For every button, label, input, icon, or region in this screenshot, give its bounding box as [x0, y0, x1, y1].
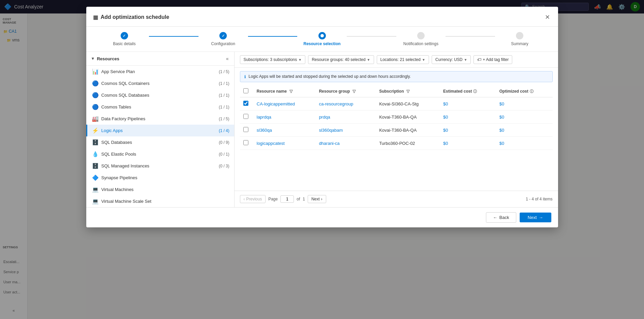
- row2-checkbox[interactable]: [243, 114, 248, 119]
- optimized-cost-header-label: Optimized cost: [499, 89, 528, 94]
- subscription-filter-icon[interactable]: ▽: [406, 89, 409, 94]
- resource-item-cosmos-sql-containers[interactable]: 🔵 Cosmos SQL Containers (1 / 1): [86, 77, 234, 89]
- step-label-notification: Notification settings: [403, 41, 438, 46]
- row1-checkbox[interactable]: [243, 101, 248, 106]
- row4-resource-group-link[interactable]: dharani-ca: [319, 141, 339, 146]
- table-row: CA-logicappemitted ca-resourcegroup Kova…: [240, 97, 553, 110]
- resources-header: ▼ Resources «: [86, 52, 234, 66]
- row3-resource-name-link[interactable]: sl360qa: [257, 128, 272, 133]
- resource-count-cosmos-tables: (1 / 1): [219, 105, 229, 109]
- row3-resource-name-cell: sl360qa: [253, 124, 316, 137]
- subscriptions-chevron-icon: ▼: [298, 58, 302, 62]
- resource-name-cosmos-sql-databases: Cosmos SQL Databases: [101, 93, 216, 98]
- cosmos-tables-icon: 🔵: [92, 104, 99, 110]
- row1-subscription-cell: Kovai-SI360-CA-Stg: [376, 97, 440, 110]
- row1-resource-name-cell: CA-logicappemitted: [253, 97, 316, 110]
- select-all-checkbox[interactable]: [243, 88, 248, 93]
- step-connector-2: [248, 36, 298, 37]
- currency-chevron-icon: ▼: [464, 58, 467, 62]
- resource-item-cosmos-tables[interactable]: 🔵 Cosmos Tables (1 / 1): [86, 101, 234, 113]
- resource-count-data-factory-pipelines: (1 / 5): [219, 117, 229, 121]
- row3-checkbox[interactable]: [243, 127, 248, 132]
- row3-checkbox-cell: [240, 124, 253, 137]
- subscriptions-filter[interactable]: Subscriptions: 3 subscriptions ▼: [240, 55, 306, 64]
- row4-checkbox[interactable]: [243, 140, 248, 145]
- pagination-bar: ‹ Previous Page of 1 Next ›: [235, 191, 558, 207]
- resource-item-virtual-machine-scale-set[interactable]: 💻 Virtual Machine Scale Set: [86, 195, 234, 207]
- step-resource-selection: Resource selection: [297, 32, 347, 46]
- resource-item-logic-apps[interactable]: ⚡ Logic Apps (1 / 4): [86, 125, 234, 136]
- th-subscription: Subscription ▽: [376, 86, 440, 97]
- locations-filter[interactable]: Locations: 21 selected ▼: [377, 55, 429, 64]
- resources-panel: ▼ Resources « 📊 App Service Plan (1 / 5): [86, 52, 235, 207]
- row2-resource-name-link[interactable]: laprdqa: [257, 115, 271, 120]
- resource-name-synapse-pipelines: Synapse Pipelines: [101, 175, 229, 180]
- back-button[interactable]: ← Back: [486, 212, 516, 223]
- row2-estimated-cost: $0: [443, 115, 448, 120]
- resource-name-app-service-plan: App Service Plan: [101, 69, 216, 74]
- resources-table: Resource name ▽ Resource group ▽: [240, 86, 553, 150]
- row2-resource-group-link[interactable]: prdqa: [319, 115, 330, 120]
- step-label-summary: Summary: [511, 41, 528, 46]
- currency-filter[interactable]: Currency: USD ▼: [432, 55, 471, 64]
- optimized-cost-info-icon[interactable]: ⓘ: [530, 89, 533, 94]
- resource-name-filter-icon[interactable]: ▽: [289, 89, 293, 94]
- resource-count-cosmos-sql-databases: (1 / 1): [219, 93, 229, 98]
- row1-subscription-text: Kovai-SI360-CA-Stg: [379, 101, 419, 106]
- total-pages: 1: [303, 197, 305, 201]
- resource-item-sql-elastic-pools[interactable]: 💧 SQL Elastic Pools (0 / 1): [86, 148, 234, 160]
- resource-item-cosmos-sql-databases[interactable]: 🔵 Cosmos SQL Databases (1 / 1): [86, 89, 234, 101]
- row3-resource-group-link[interactable]: sl360qabam: [319, 128, 343, 133]
- data-factory-pipelines-icon: 🏭: [92, 116, 99, 122]
- resource-groups-filter[interactable]: Resource groups: 40 selected ▼: [308, 55, 374, 64]
- row2-resource-name-cell: laprdqa: [253, 110, 316, 124]
- resource-item-virtual-machines[interactable]: 💻 Virtual Machines: [86, 184, 234, 195]
- row2-optimized-cost: $0: [499, 115, 504, 120]
- locations-chevron-icon: ▼: [422, 58, 425, 62]
- modal-close-button[interactable]: ✕: [544, 12, 551, 22]
- row4-resource-name-link[interactable]: logicappcatest: [257, 141, 285, 146]
- resource-group-header-label: Resource group: [319, 89, 350, 94]
- next-button[interactable]: Next →: [520, 213, 551, 222]
- add-tag-label: + Add tag filter: [483, 57, 509, 62]
- resource-name-logic-apps: Logic Apps: [101, 128, 216, 133]
- row1-resource-name-link[interactable]: CA-logicappemitted: [257, 101, 295, 106]
- step-circle-notification: [417, 32, 425, 39]
- resources-list: 📊 App Service Plan (1 / 5) 🔵 Cosmos SQL …: [86, 66, 234, 207]
- row1-resource-group-link[interactable]: ca-resourcegroup: [319, 101, 353, 106]
- resource-name-sql-databases: SQL Databases: [101, 140, 216, 145]
- th-estimated-cost: Estimated cost ⓘ: [440, 86, 496, 97]
- previous-page-button[interactable]: ‹ Previous: [240, 195, 266, 203]
- estimated-cost-info-icon[interactable]: ⓘ: [473, 89, 477, 94]
- virtual-machine-scale-set-icon: 💻: [92, 198, 99, 204]
- subscription-header-label: Subscription: [379, 89, 404, 94]
- resource-item-sql-databases[interactable]: 🗄️ SQL Databases (0 / 9): [86, 136, 234, 148]
- row1-resource-group-cell: ca-resourcegroup: [315, 97, 376, 110]
- schedule-icon: ▦: [93, 14, 98, 21]
- th-resource-name: Resource name ▽: [253, 86, 316, 97]
- modal-title: ▦ Add optimization schedule: [93, 14, 170, 21]
- th-optimized-cost: Optimized cost ⓘ: [496, 86, 553, 97]
- row2-checkbox-cell: [240, 110, 253, 124]
- previous-arrow-icon: ‹: [244, 197, 245, 201]
- row1-optimized-cost: $0: [499, 101, 504, 106]
- modal-header: ▦ Add optimization schedule ✕: [86, 7, 558, 27]
- resource-count-cosmos-sql-containers: (1 / 1): [219, 81, 229, 86]
- row1-estimated-cost: $0: [443, 101, 448, 106]
- step-circle-configuration: ✓: [219, 32, 227, 39]
- add-tag-button[interactable]: 🏷 + Add tag filter: [473, 55, 512, 64]
- resource-group-filter-icon[interactable]: ▽: [352, 89, 356, 94]
- table-row: sl360qa sl360qabam Kovai-T360-BA-QA: [240, 124, 553, 137]
- resource-item-sql-managed-instances[interactable]: 🗄️ SQL Managed Instances (0 / 3): [86, 160, 234, 172]
- next-page-button[interactable]: Next ›: [308, 195, 326, 203]
- resource-item-app-service-plan[interactable]: 📊 App Service Plan (1 / 5): [86, 66, 234, 77]
- resources-collapse-button[interactable]: «: [225, 55, 229, 62]
- resource-item-data-factory-pipelines[interactable]: 🏭 Data Factory Pipelines (1 / 5): [86, 113, 234, 125]
- th-checkbox: [240, 86, 253, 97]
- row3-estimated-cost: $0: [443, 128, 448, 133]
- resource-item-synapse-pipelines[interactable]: 🔷 Synapse Pipelines: [86, 172, 234, 184]
- currency-filter-label: Currency: USD: [435, 57, 463, 62]
- row4-subscription-cell: Turbo360-POC-02: [376, 137, 440, 150]
- page-number-input[interactable]: [280, 195, 294, 203]
- page-label: Page: [268, 197, 278, 201]
